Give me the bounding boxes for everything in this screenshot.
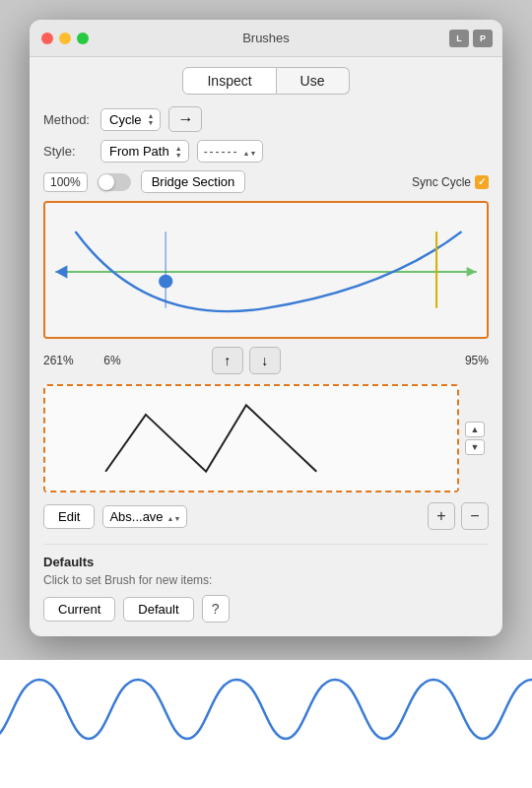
graph-pct-row: 261% 6% ↑ ↓ 95%: [43, 347, 489, 374]
lower-graph-svg: [45, 386, 457, 491]
plus-minus-group: + −: [428, 502, 489, 530]
method-stepper[interactable]: ▲▼: [148, 112, 155, 126]
method-select[interactable]: Cycle ▲▼: [100, 108, 161, 131]
minimize-button[interactable]: [59, 33, 71, 44]
svg-rect-8: [0, 660, 532, 788]
right-pct: 95%: [439, 354, 489, 367]
tab-inspect[interactable]: Inspect: [182, 67, 276, 95]
left-pct: 261%: [43, 354, 93, 367]
graph-svg: [45, 203, 487, 337]
side-stepper-down[interactable]: ▼: [465, 439, 485, 455]
layer-icon[interactable]: L: [449, 30, 469, 47]
tab-use[interactable]: Use: [277, 67, 350, 95]
window-title: Brushes: [242, 31, 290, 45]
dash-stepper[interactable]: ▲▼: [243, 144, 257, 159]
traffic-lights: [41, 33, 89, 44]
lower-graph: [43, 384, 459, 492]
defaults-title: Defaults: [43, 555, 489, 569]
titlebar-icon-group: L P: [449, 30, 493, 47]
maximize-button[interactable]: [77, 33, 89, 44]
style-select[interactable]: From Path ▲▼: [100, 140, 189, 163]
style-value: From Path: [109, 144, 169, 159]
defaults-section: Defaults Click to set Brush for new item…: [43, 544, 489, 623]
mid-pct: 6%: [93, 354, 132, 367]
help-button[interactable]: ?: [202, 595, 230, 623]
sync-cycle-label: Sync Cycle: [412, 175, 471, 189]
up-arrow-button[interactable]: ↑: [212, 347, 243, 374]
abs-select[interactable]: Abs...ave ▲▼: [102, 505, 187, 528]
bottom-wave-decoration: [0, 660, 532, 788]
titlebar: Brushes L P: [30, 20, 502, 57]
bridge-row: 100% Bridge Section Sync Cycle ✓: [43, 170, 489, 193]
current-button[interactable]: Current: [43, 597, 115, 622]
minus-button[interactable]: −: [461, 502, 489, 530]
abs-stepper[interactable]: ▲▼: [167, 509, 181, 524]
style-stepper[interactable]: ▲▼: [175, 145, 182, 159]
svg-rect-7: [45, 386, 457, 491]
main-graph: [43, 201, 489, 339]
method-arrow-btn[interactable]: →: [168, 106, 202, 132]
side-stepper-up[interactable]: ▲: [465, 422, 485, 437]
dash-value: ------: [204, 145, 239, 159]
bridge-section-button[interactable]: Bridge Section: [141, 170, 246, 193]
toggle-thumb: [99, 174, 114, 190]
style-row: Style: From Path ▲▼ ------ ▲▼: [43, 140, 489, 163]
method-label: Method:: [43, 112, 93, 127]
dash-pattern-select[interactable]: ------ ▲▼: [197, 140, 264, 163]
wave-svg: [0, 660, 532, 788]
default-button[interactable]: Default: [123, 597, 193, 622]
edit-row: Edit Abs...ave ▲▼ + −: [43, 502, 489, 530]
defaults-buttons: Current Default ?: [43, 595, 489, 623]
style-label: Style:: [43, 144, 93, 159]
tab-bar: Inspect Use: [43, 67, 489, 95]
plus-button[interactable]: +: [428, 502, 455, 530]
edit-button[interactable]: Edit: [43, 504, 95, 529]
defaults-subtitle: Click to set Brush for new items:: [43, 573, 489, 587]
close-button[interactable]: [41, 33, 53, 44]
panel-icon[interactable]: P: [473, 30, 493, 47]
sync-cycle-checkbox[interactable]: ✓: [475, 175, 489, 189]
down-arrow-button[interactable]: ↓: [249, 347, 281, 374]
method-value: Cycle: [109, 112, 142, 127]
percentage-box[interactable]: 100%: [43, 172, 88, 192]
graph-arrow-buttons: ↑ ↓: [212, 347, 281, 374]
sync-cycle-control: Sync Cycle ✓: [412, 175, 489, 189]
method-row: Method: Cycle ▲▼ →: [43, 106, 489, 132]
abs-value: Abs...ave: [109, 509, 163, 524]
toggle-switch[interactable]: [98, 173, 131, 191]
